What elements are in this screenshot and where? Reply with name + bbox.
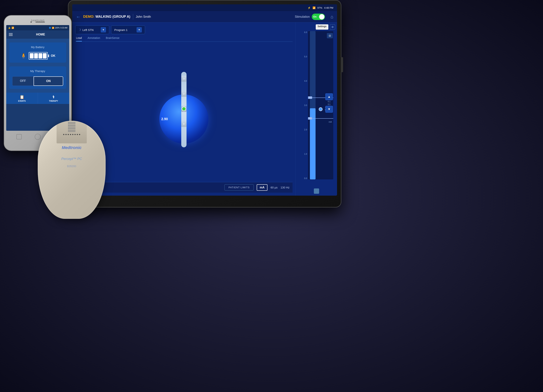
scale-6: 6.0 xyxy=(304,31,307,33)
scale-0: 0.0 xyxy=(304,177,307,179)
step-down-label: 0.1 xyxy=(328,103,330,105)
phone-brand-label: SAMSUNG xyxy=(31,19,45,22)
therapy-off-button[interactable]: OFF xyxy=(12,76,34,86)
gear-icon-button[interactable]: ⚙ xyxy=(330,24,335,30)
demo-title: DEMO: WALKING (GROUP A) xyxy=(83,15,130,19)
battery-cell-2 xyxy=(34,53,38,58)
therapy-nav-button[interactable]: ⚕ THERAPY xyxy=(38,93,69,104)
therapy-toggle-group: OFF ON xyxy=(12,76,63,86)
pin-14 xyxy=(73,125,73,127)
wifi-icon: 📶 xyxy=(11,27,14,29)
tab-annotation[interactable]: Annotation xyxy=(88,36,100,41)
pin-29 xyxy=(72,130,73,132)
tab-brainsense[interactable]: BrainSense xyxy=(106,36,119,41)
tablet-main-content: ☽ Left STN ▼ Program 1 ▼ Lead xyxy=(72,23,337,196)
therapy-section: My Therapy OFF ON xyxy=(9,66,66,89)
pin-13 xyxy=(72,125,73,127)
scale-2: 2.0 xyxy=(304,128,307,131)
step-down-group: 0.1 ▼ xyxy=(325,103,333,113)
scale-4: 4.0 xyxy=(304,80,307,82)
phone-main-content: My Battery 🧍 xyxy=(6,39,69,93)
events-button[interactable]: 📋 EVENTS xyxy=(6,93,38,104)
marker-2-5: 2.5 xyxy=(308,118,333,119)
therapy-nav-label: THERAPY xyxy=(49,100,58,102)
pin-30 xyxy=(73,130,73,132)
pin-24 xyxy=(75,127,75,129)
clock-icon: 🔒 xyxy=(8,27,11,29)
collapse-button[interactable]: ⊟ xyxy=(327,33,333,38)
brain-dropdown-arrow[interactable]: ▼ xyxy=(101,27,106,32)
stim-value-label: 2.90 xyxy=(161,117,168,121)
pin-31 xyxy=(74,130,74,132)
pin-25 xyxy=(68,130,69,132)
bluetooth-icon: 🔵 xyxy=(49,27,51,29)
medtronic-brand-label: Medtronic xyxy=(62,145,81,150)
battery-tip xyxy=(48,55,49,57)
back-button[interactable] xyxy=(17,134,22,139)
phone-app-header: HOME xyxy=(6,30,69,39)
neurostimulator-device: Medtronic Percept™ PC B35200 xyxy=(38,121,106,219)
bluetooth-status-icon: ⚡ xyxy=(308,6,311,9)
program-dropdown-arrow[interactable]: ▼ xyxy=(136,27,142,32)
pin-21 xyxy=(72,127,73,129)
battery-graphic xyxy=(29,52,49,60)
header-divider xyxy=(133,14,133,20)
pin-16 xyxy=(75,125,75,127)
moon-icon: ☽ xyxy=(79,28,81,32)
step-down-button[interactable]: ▼ xyxy=(325,106,333,113)
step-up-button[interactable]: ▲ xyxy=(325,93,333,100)
tablet-device: ⚡ 📶 97% 4:48 PM ← DEMO: WALKING (GROUP A… xyxy=(68,0,341,208)
patient-name: John Smith xyxy=(136,15,151,18)
scale-5: 5.0 xyxy=(304,56,307,58)
battery-cell-4 xyxy=(43,53,47,58)
lead-wire: 3 2 1 xyxy=(181,72,187,147)
scale-labels: 6.0 5.0 4.0 3.0 2.0 1.0 0.0 xyxy=(300,31,307,179)
toggle-on-label: On xyxy=(313,15,317,18)
lead-visualization: 3 2 1 xyxy=(75,45,293,182)
pin-22 xyxy=(73,127,73,129)
therapy-on-button[interactable]: ON xyxy=(34,76,63,86)
events-label: EVENTS xyxy=(18,100,26,102)
program-selector[interactable]: Program 1 ▼ xyxy=(111,25,145,34)
pin-10 xyxy=(69,125,70,127)
slider-knob[interactable] xyxy=(319,107,322,111)
back-button-tablet[interactable]: ← xyxy=(76,14,80,19)
tablet-screen: ⚡ 📶 97% 4:48 PM ← DEMO: WALKING (GROUP A… xyxy=(72,4,337,196)
device-connector xyxy=(57,121,87,143)
time-display: 9:33 AM xyxy=(60,27,67,29)
brain-region-selector[interactable]: ☽ Left STN ▼ xyxy=(75,25,109,34)
patient-limits-button[interactable]: PATIENT LIMITS xyxy=(224,184,254,191)
amplitude-unit-label: mA xyxy=(329,121,332,123)
battery-cell-1 xyxy=(30,53,34,58)
step-up-group: ▲ 0.1 xyxy=(325,93,333,103)
events-icon: 📋 xyxy=(20,95,24,99)
electrode-2: 2 xyxy=(181,91,187,97)
stimulation-toggle[interactable]: On xyxy=(312,14,325,20)
electrode-3: 3 xyxy=(181,76,187,82)
scale-1: 1.0 xyxy=(304,153,307,155)
phone-footer: 📋 EVENTS ⚕ THERAPY xyxy=(6,93,69,104)
battery-section: My Battery 🧍 xyxy=(9,42,66,63)
electrode-0-label: 0 xyxy=(183,123,184,125)
tablet-scroll-button[interactable] xyxy=(341,57,343,72)
pin-12 xyxy=(71,125,72,127)
pin-28 xyxy=(71,130,72,132)
demo-label: DEMO: xyxy=(83,15,95,18)
home-icon-tablet[interactable]: ⌂ xyxy=(331,14,334,19)
pin-17 xyxy=(68,127,69,129)
connector-pins xyxy=(57,122,86,135)
settings-button[interactable]: Settings xyxy=(316,24,328,30)
electrode-1: 1 xyxy=(181,106,187,112)
tab-bar: Lead Annotation BrainSense xyxy=(75,36,293,42)
pin-20 xyxy=(71,127,72,129)
battery-status: OK xyxy=(51,54,56,57)
brain-region-label: Left STN xyxy=(82,28,94,32)
unit-button[interactable]: mA xyxy=(257,184,268,191)
wifi-status-icon: 📶 xyxy=(312,6,316,9)
pulse-width-value: 60 µs xyxy=(271,186,277,189)
phone-status-bar: 🔒 📶 🔵 📶 100% 9:33 AM xyxy=(6,25,69,30)
tab-lead[interactable]: Lead xyxy=(76,36,82,41)
pin-23 xyxy=(74,127,74,129)
hamburger-menu[interactable] xyxy=(9,33,13,36)
step-controls: ▲ 0.1 0.1 ▼ xyxy=(325,93,333,113)
